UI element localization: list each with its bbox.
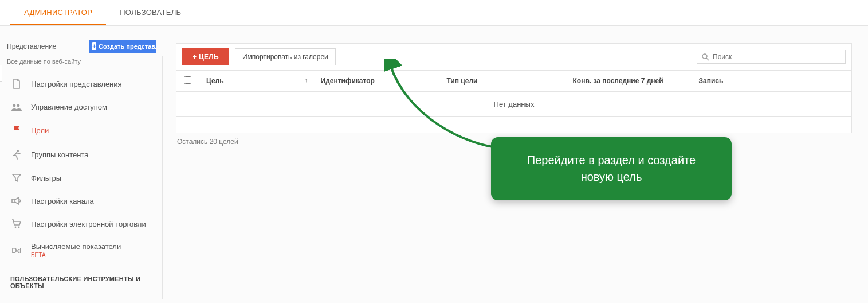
back-button[interactable] [0, 65, 2, 82]
document-icon [10, 79, 23, 89]
sidebar-item-filters[interactable]: Фильтры [0, 166, 162, 189]
view-head-label: Представление [7, 42, 57, 50]
tab-user[interactable]: ПОЛЬЗОВАТЕЛЬ [106, 0, 195, 25]
channel-icon [10, 196, 23, 205]
new-goal-button[interactable]: + ЦЕЛЬ [182, 48, 229, 65]
search-box[interactable] [697, 50, 846, 64]
col-type[interactable]: Тип цели [440, 71, 566, 92]
sidebar-item-content-groups[interactable]: Группы контента [0, 142, 162, 166]
svg-point-4 [15, 227, 17, 228]
select-all-checkbox[interactable] [184, 76, 191, 84]
svg-line-7 [706, 58, 709, 60]
svg-point-6 [702, 54, 707, 59]
col-goal[interactable]: Цель↑ [199, 71, 314, 92]
svg-rect-3 [12, 199, 15, 203]
sidebar-item-channel-settings[interactable]: Настройки канала [0, 189, 162, 212]
search-icon [702, 53, 709, 61]
sidebar-item-label: Настройки электронной торговли [31, 220, 146, 228]
sidebar-item-goals[interactable]: Цели [0, 118, 162, 142]
sidebar-item-label: Цели [31, 126, 49, 135]
table-empty: Нет данных [176, 92, 852, 117]
import-gallery-button[interactable]: Импортировать из галереи [235, 48, 336, 65]
content: + ЦЕЛЬ Импортировать из галереи Цель↑ Ид… [162, 26, 868, 299]
sidebar-item-ecommerce-settings[interactable]: Настройки электронной торговли [0, 212, 162, 235]
sidebar-item-label: Фильтры [31, 174, 61, 182]
col-conv[interactable]: Конв. за последние 7 дней [566, 71, 692, 92]
svg-point-1 [17, 104, 20, 107]
sidebar: Представление + Создать представл Все да… [0, 26, 162, 299]
sidebar-item-label: Настройки канала [31, 197, 94, 205]
toolbar: + ЦЕЛЬ Импортировать из галереи [176, 43, 852, 71]
svg-point-0 [13, 104, 16, 107]
sidebar-item-label: Группы контента [31, 150, 88, 159]
sort-icon: ↑ [305, 76, 308, 83]
plus-icon: + [92, 42, 96, 50]
sidebar-item-label: Управление доступом [31, 103, 107, 111]
flag-icon [10, 125, 23, 135]
sidebar-item-view-settings[interactable]: Настройки представления [0, 72, 162, 96]
dd-icon: Dd [10, 246, 23, 255]
search-input[interactable] [713, 53, 840, 61]
cart-icon [10, 219, 23, 228]
sidebar-item-access[interactable]: Управление доступом [0, 96, 162, 118]
sidebar-section-title: ПОЛЬЗОВАТЕЛЬСКИЕ ИНСТРУМЕНТЫ И ОБЪЕКТЫ [0, 265, 162, 293]
sidebar-item-calc-metrics[interactable]: Dd Вычисляемые показатели БЕТА [0, 235, 162, 265]
sidebar-item-label: Вычисляемые показатели БЕТА [31, 242, 121, 258]
col-record[interactable]: Запись [692, 71, 852, 92]
tab-admin[interactable]: АДМИНИСТРАТОР [10, 0, 106, 25]
goals-table: Цель↑ Идентификатор Тип цели Конв. за по… [176, 71, 852, 133]
users-icon [10, 103, 23, 111]
svg-point-2 [17, 150, 19, 152]
sidebar-item-label: Настройки представления [31, 80, 122, 88]
person-run-icon [10, 149, 23, 160]
view-name: Все данные по веб-сайту [0, 57, 162, 72]
create-view-button[interactable]: + Создать представл [89, 40, 156, 53]
funnel-icon [10, 173, 23, 182]
svg-point-5 [18, 227, 20, 228]
annotation-callout: Перейдите в раздел и создайте новую цель [491, 137, 732, 200]
beta-badge: БЕТА [31, 252, 121, 258]
col-id[interactable]: Идентификатор [314, 71, 440, 92]
create-view-label: Создать представл [99, 43, 156, 50]
